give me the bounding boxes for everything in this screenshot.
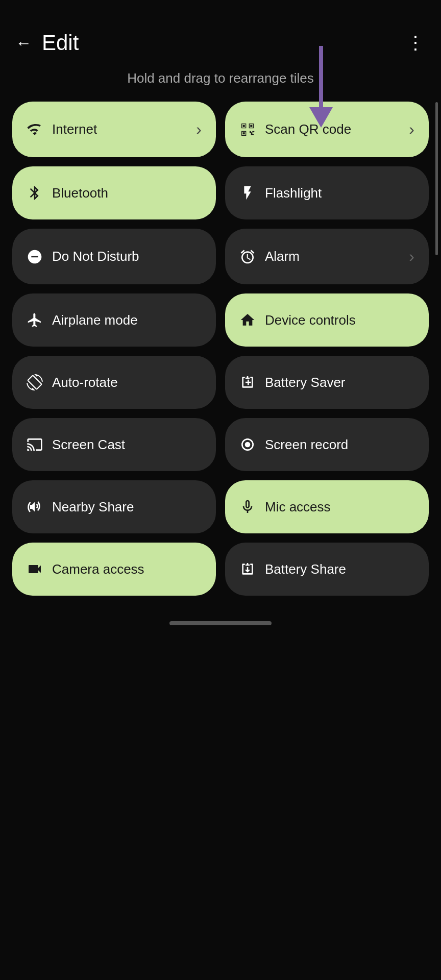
tile-device-controls[interactable]: Device controls xyxy=(225,293,429,347)
svg-point-3 xyxy=(245,442,251,448)
tile-nearby-share[interactable]: Nearby Share xyxy=(12,480,216,533)
cast-icon xyxy=(27,436,43,453)
rotate-icon xyxy=(27,374,43,390)
header: ← Edit ⋮ xyxy=(0,0,441,65)
scrollbar[interactable] xyxy=(435,102,438,255)
wifi-icon xyxy=(27,121,43,138)
tile-label-camera-access: Camera access xyxy=(52,561,202,577)
tile-label-battery-saver: Battery Saver xyxy=(265,375,414,390)
tile-label-device-controls: Device controls xyxy=(265,312,414,328)
nearby-icon xyxy=(27,499,43,515)
tile-battery-share[interactable]: Battery Share xyxy=(225,543,429,596)
airplane-icon xyxy=(27,312,43,328)
tile-alarm[interactable]: Alarm› xyxy=(225,229,429,284)
tile-airplane-mode[interactable]: Airplane mode xyxy=(12,293,216,347)
tile-auto-rotate[interactable]: Auto-rotate xyxy=(12,356,216,409)
tile-label-alarm: Alarm xyxy=(265,249,400,264)
tile-camera-access[interactable]: Camera access xyxy=(12,543,216,596)
camera-icon xyxy=(27,561,43,577)
mic-icon xyxy=(239,499,256,515)
chevron-icon-alarm: › xyxy=(409,247,414,266)
tile-label-mic-access: Mic access xyxy=(265,499,414,515)
menu-button[interactable]: ⋮ xyxy=(406,32,426,54)
tile-label-screen-cast: Screen Cast xyxy=(52,437,202,453)
tile-label-scan-qr: Scan QR code xyxy=(265,121,400,137)
alarm-icon xyxy=(239,249,256,265)
battery-saver-icon xyxy=(239,374,256,390)
tile-flashlight[interactable]: Flashlight xyxy=(225,166,429,219)
tile-label-flashlight: Flashlight xyxy=(265,185,414,201)
tile-label-bluetooth: Bluetooth xyxy=(52,185,202,201)
bluetooth-icon xyxy=(27,185,43,201)
tile-label-nearby-share: Nearby Share xyxy=(52,499,202,515)
tile-label-auto-rotate: Auto-rotate xyxy=(52,375,202,390)
tile-battery-saver[interactable]: Battery Saver xyxy=(225,356,429,409)
tile-mic-access[interactable]: Mic access xyxy=(225,480,429,533)
home-indicator xyxy=(0,611,441,635)
chevron-icon-internet: › xyxy=(196,120,202,139)
tile-scan-qr[interactable]: Scan QR code› xyxy=(225,102,429,157)
tile-screen-record[interactable]: Screen record xyxy=(225,418,429,471)
subtitle-text: Hold and drag to rearrange tiles xyxy=(0,65,441,102)
tile-label-airplane-mode: Airplane mode xyxy=(52,312,202,328)
tile-label-do-not-disturb: Do Not Disturb xyxy=(52,249,202,264)
tile-internet[interactable]: Internet› xyxy=(12,102,216,157)
dnd-icon xyxy=(27,249,43,265)
qr-icon xyxy=(239,121,256,138)
home-bar xyxy=(169,621,272,625)
chevron-icon-scan-qr: › xyxy=(409,120,414,139)
page-title: Edit xyxy=(42,31,79,55)
tile-label-screen-record: Screen record xyxy=(265,437,414,453)
tile-do-not-disturb[interactable]: Do Not Disturb xyxy=(12,229,216,284)
screen-record-icon xyxy=(239,436,256,453)
flashlight-icon xyxy=(239,185,256,201)
back-button[interactable]: ← xyxy=(15,34,32,53)
home-icon xyxy=(239,312,256,328)
tile-screen-cast[interactable]: Screen Cast xyxy=(12,418,216,471)
tile-label-internet: Internet xyxy=(52,121,187,137)
tile-label-battery-share: Battery Share xyxy=(265,561,414,577)
battery-share-icon xyxy=(239,561,256,577)
tiles-grid: Internet›Scan QR code›BluetoothFlashligh… xyxy=(0,102,441,611)
tile-bluetooth[interactable]: Bluetooth xyxy=(12,166,216,219)
